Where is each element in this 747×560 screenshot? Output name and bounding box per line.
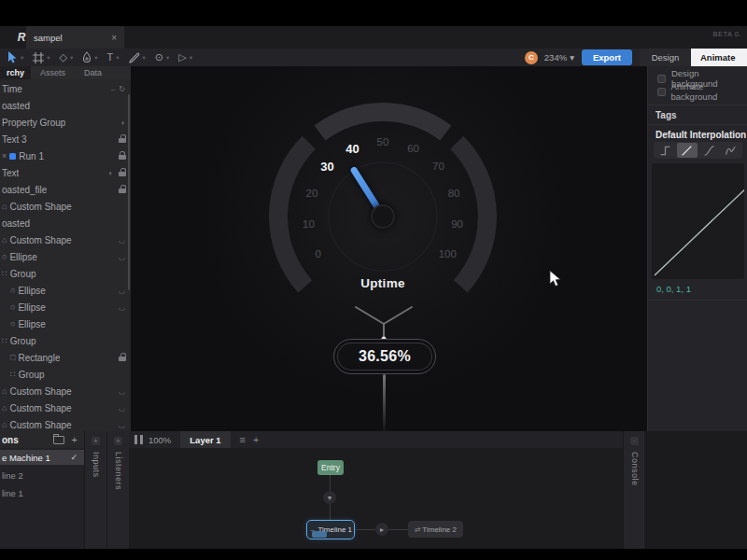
bones-tool[interactable]: ⊙ ▾ xyxy=(152,52,172,63)
hierarchy-row[interactable]: ⌂ Custom Shape ◡ xyxy=(0,231,131,248)
hierarchy-row[interactable]: ⌂ Custom Shape ◡ xyxy=(0,416,131,431)
lock-icon[interactable] xyxy=(119,151,126,161)
gauge-tick-label: 20 xyxy=(306,188,318,199)
hierarchy-row[interactable]: ⌂ Custom Shape ◡ xyxy=(0,383,131,399)
add-listener-button[interactable]: + xyxy=(114,437,122,445)
timeline-1-node[interactable]: → Timeline 1 xyxy=(306,520,355,539)
interp-hold-button[interactable] xyxy=(655,143,675,158)
play-tool[interactable]: ▷ ▾ xyxy=(176,52,195,63)
layer-option-icon[interactable]: ◡ xyxy=(119,287,126,295)
animation-row[interactable]: line 2 ✓ xyxy=(0,468,84,483)
pencil-tool[interactable]: ▾ xyxy=(126,52,148,63)
lock-icon[interactable] xyxy=(119,134,126,144)
hierarchy-row[interactable]: ○ Ellipse xyxy=(0,315,131,332)
checkbox[interactable] xyxy=(657,75,666,83)
pen-nib-icon xyxy=(82,51,92,63)
hierarchy-row[interactable]: oasted xyxy=(0,97,131,114)
chevron-down-icon[interactable]: ▾ xyxy=(70,54,73,62)
console-strip[interactable]: · Console xyxy=(623,431,643,549)
tab-layer-1[interactable]: Layer 1 xyxy=(180,431,230,448)
layer-option-icon[interactable]: ◡ xyxy=(119,421,126,429)
hierarchy-row[interactable]: ⌂ Custom Shape xyxy=(0,198,131,215)
chevron-down-icon[interactable]: ▾ xyxy=(190,54,192,62)
layer-option-icon[interactable]: ◡ xyxy=(119,236,126,245)
hierarchy-row[interactable]: ○ Ellipse ◡ xyxy=(0,299,131,315)
hierarchy-row[interactable]: × Run 1 xyxy=(0,147,131,164)
listeners-strip[interactable]: + Listeners xyxy=(106,431,129,549)
console-toggle-button[interactable]: · xyxy=(630,437,639,445)
chevron-down-icon[interactable]: ▾ xyxy=(166,54,169,62)
layer-type-icon: ⌂ xyxy=(2,235,7,245)
tab-hierarchy[interactable]: rchy xyxy=(0,66,31,79)
layer-option-icon[interactable]: ◐ xyxy=(108,169,114,177)
zoom-control[interactable]: 234% ▾ xyxy=(544,52,574,63)
add-animation-button[interactable]: + xyxy=(72,434,78,445)
lock-icon[interactable] xyxy=(119,185,126,194)
hierarchy-row[interactable]: Time – ↻ xyxy=(0,80,131,97)
inputs-strip[interactable]: + Inputs xyxy=(84,431,106,549)
timeline-2-node[interactable]: ⇄ Timeline 2 xyxy=(408,521,463,538)
checkbox[interactable] xyxy=(657,88,666,96)
add-input-button[interactable]: + xyxy=(92,437,100,445)
hierarchy-row[interactable]: □ Rectangle xyxy=(0,349,131,366)
state-machine-graph-panel[interactable]: 100% Layer 1 ≡ + Entry ▾ → Timeline 1 ▸ … xyxy=(129,431,623,549)
hierarchy-list: Time – ↻ oasted Property Group ◖ xyxy=(0,80,131,431)
tab-data[interactable]: Data xyxy=(75,66,111,79)
layer-option-icon[interactable]: ◡ xyxy=(119,303,126,312)
artboard-tool[interactable]: ▾ xyxy=(30,52,52,63)
document-tab[interactable]: sampel × xyxy=(26,26,124,49)
menu-icon[interactable]: ≡ xyxy=(240,434,246,445)
transition-right-chevron[interactable]: ▸ xyxy=(375,523,388,536)
animation-row[interactable]: e Machine 1 ✓ xyxy=(0,450,84,465)
layer-option-icon[interactable]: ◡ xyxy=(119,387,126,396)
layer-option-icon[interactable]: ◡ xyxy=(119,253,126,261)
layer-type-icon: ∷ xyxy=(2,336,7,345)
interpolation-curve-graph[interactable] xyxy=(652,163,744,279)
animation-row[interactable]: line 1 ✓ xyxy=(0,485,84,500)
chevron-down-icon[interactable]: ▾ xyxy=(116,54,119,62)
hierarchy-row[interactable]: Property Group ◖ xyxy=(0,114,131,131)
select-tool[interactable]: ▾ xyxy=(5,51,26,63)
interp-elastic-button[interactable] xyxy=(721,143,741,158)
scrollbar[interactable] xyxy=(128,94,130,290)
shapes-tool[interactable]: ◇ ▾ xyxy=(57,52,77,63)
pen-tool[interactable]: ▾ xyxy=(79,51,100,63)
hierarchy-row[interactable]: ∷ Group xyxy=(0,265,131,282)
lock-icon[interactable] xyxy=(119,168,126,177)
hierarchy-row[interactable]: oasted_file xyxy=(0,181,131,198)
hierarchy-row[interactable]: ⌂ Custom Shape ◡ xyxy=(0,399,131,416)
tab-assets[interactable]: Assets xyxy=(31,66,75,79)
chevron-down-icon[interactable]: ▾ xyxy=(47,54,49,62)
timeline1-progress xyxy=(312,531,327,538)
layer-option-icon[interactable]: ◖ xyxy=(120,119,126,127)
entry-node[interactable]: Entry xyxy=(317,460,344,475)
checkbox-row[interactable]: Animate background xyxy=(648,85,747,98)
text-tool[interactable]: T ▾ xyxy=(105,52,122,63)
lock-icon[interactable] xyxy=(119,353,126,362)
hierarchy-row[interactable]: oasted xyxy=(0,215,131,231)
hierarchy-row[interactable]: Text 3 xyxy=(0,131,131,147)
interp-cubic-button[interactable] xyxy=(698,143,719,158)
chevron-down-icon[interactable]: ▾ xyxy=(21,54,23,62)
hierarchy-row[interactable]: ∷ Group xyxy=(0,332,131,349)
tab-animate[interactable]: Animate xyxy=(691,49,747,66)
interp-linear-button[interactable] xyxy=(677,143,698,158)
chevron-down-icon[interactable]: ▾ xyxy=(94,54,97,62)
hierarchy-row[interactable]: ∷ Group xyxy=(0,366,131,383)
hierarchy-row[interactable]: ○ Ellipse ◡ xyxy=(0,282,131,299)
transition-down-chevron[interactable]: ▾ xyxy=(323,491,336,504)
hierarchy-row[interactable]: Text ◐ xyxy=(0,164,131,181)
layer-option-icon[interactable]: – ↻ xyxy=(111,85,126,93)
tab-design[interactable]: Design xyxy=(640,49,691,66)
add-layer-button[interactable]: + xyxy=(253,434,259,445)
folder-icon[interactable] xyxy=(53,436,64,444)
hierarchy-row[interactable]: ○ Ellipse ◡ xyxy=(0,248,131,265)
export-button[interactable]: Export xyxy=(582,49,632,65)
layers-icon[interactable] xyxy=(134,435,143,444)
canvas[interactable]: 0 10 20 30 40 50 xyxy=(131,66,647,431)
layer-option-icon[interactable]: ◡ xyxy=(119,404,126,413)
avatar[interactable]: C xyxy=(525,51,538,64)
chevron-down-icon[interactable]: ▾ xyxy=(143,54,146,62)
timeline-zoom-level[interactable]: 100% xyxy=(148,435,171,445)
close-icon[interactable]: × xyxy=(111,33,117,43)
